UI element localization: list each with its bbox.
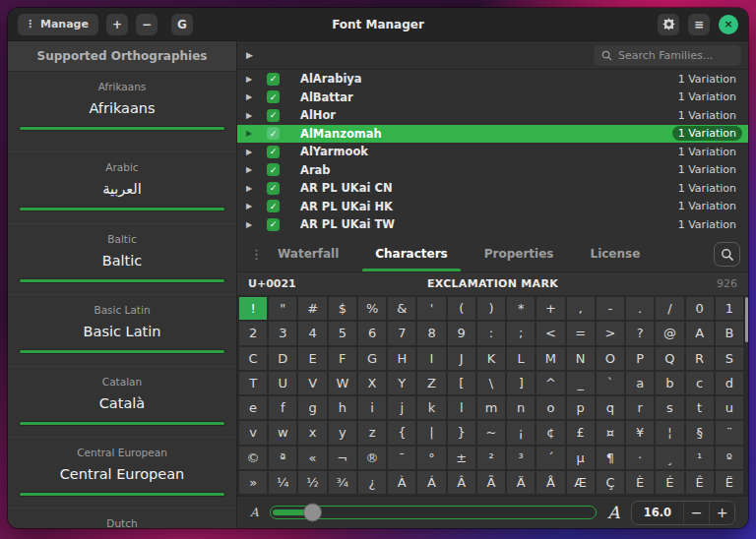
character-cell[interactable]: P (626, 347, 654, 370)
character-cell[interactable]: µ (567, 447, 595, 469)
character-cell[interactable]: ¡ (507, 421, 535, 444)
expander-icon[interactable]: ▶ (246, 92, 258, 101)
character-cell[interactable]: ] (507, 372, 535, 394)
character-cell[interactable]: O (597, 347, 624, 370)
font-family-row[interactable]: ▶ ✓ AlManzomah 1 Variation (237, 125, 748, 144)
expander-icon[interactable]: ▶ (246, 111, 258, 120)
manage-button[interactable]: ⋮ Manage (18, 14, 98, 35)
character-cell[interactable]: J (448, 347, 475, 370)
character-cell[interactable]: U (269, 372, 296, 394)
preview-size-slider[interactable] (270, 506, 598, 519)
character-cell[interactable]: ¶ (597, 447, 624, 469)
character-cell[interactable]: ¹ (686, 447, 714, 469)
character-cell[interactable]: N (567, 347, 595, 370)
expander-icon[interactable]: ▶ (246, 202, 258, 210)
character-cell[interactable]: { (388, 421, 415, 444)
character-cell[interactable]: X (358, 372, 386, 394)
character-cell[interactable]: @ (656, 322, 683, 344)
character-cell[interactable]: ¸ (656, 447, 683, 469)
font-family-row[interactable]: ▶ ✓ AlHor 1 Variation (237, 106, 748, 125)
character-cell[interactable]: ¥ (626, 421, 654, 444)
character-cell[interactable]: § (686, 421, 714, 444)
character-cell[interactable]: r (626, 396, 654, 419)
character-cell[interactable]: Å (536, 471, 564, 494)
character-cell[interactable]: # (298, 297, 326, 320)
character-cell[interactable]: É (656, 471, 683, 494)
character-cell[interactable]: ` (597, 372, 624, 394)
font-family-row[interactable]: ▶ ✓ AlBattar 1 Variation (237, 89, 748, 107)
character-cell[interactable]: ! (239, 297, 267, 320)
google-fonts-button[interactable]: G (171, 14, 193, 35)
character-cell[interactable]: ? (626, 322, 654, 344)
character-cell[interactable]: K (477, 347, 505, 370)
character-cell[interactable]: A (686, 322, 714, 344)
character-cell[interactable]: M (536, 347, 564, 370)
character-cell[interactable]: ^ (536, 372, 564, 394)
character-cell[interactable]: ª (269, 447, 296, 469)
expander-icon[interactable]: ▶ (246, 75, 258, 84)
font-enabled-checkbox[interactable]: ✓ (267, 73, 280, 86)
character-cell[interactable]: " (269, 297, 296, 320)
character-cell[interactable]: ¯ (388, 447, 415, 469)
character-cell[interactable]: ½ (298, 471, 326, 494)
character-cell[interactable]: v (239, 421, 267, 444)
character-cell[interactable]: ² (477, 447, 505, 469)
character-cell[interactable]: ¤ (597, 421, 624, 444)
character-cell[interactable]: . (626, 297, 654, 320)
character-cell[interactable]: 3 (269, 322, 296, 344)
character-cell[interactable]: ¼ (269, 471, 296, 494)
character-cell[interactable]: w (269, 421, 296, 444)
font-family-row[interactable]: ▶ ✓ AlArabiya 1 Variation (237, 70, 748, 89)
font-enabled-checkbox[interactable]: ✓ (267, 146, 280, 158)
character-cell[interactable]: Ë (716, 471, 743, 494)
character-cell[interactable]: k (417, 396, 445, 419)
character-cell[interactable]: ; (507, 322, 535, 344)
expander-icon[interactable]: ▶ (246, 220, 258, 229)
expander-icon[interactable]: ▶ (246, 165, 258, 174)
slider-thumb[interactable] (303, 504, 322, 522)
character-cell[interactable]: ' (417, 297, 445, 320)
preview-tab[interactable]: Properties (484, 236, 554, 271)
character-cell[interactable]: a (626, 372, 654, 394)
character-cell[interactable]: Z (417, 372, 445, 394)
font-enabled-checkbox[interactable]: ✓ (267, 127, 280, 140)
font-enabled-checkbox[interactable]: ✓ (267, 218, 280, 231)
character-cell[interactable]: f (269, 396, 296, 419)
character-cell[interactable]: E (298, 347, 326, 370)
character-cell[interactable]: I (417, 347, 445, 370)
character-cell[interactable]: C (239, 347, 267, 370)
character-cell[interactable]: B (716, 322, 743, 344)
character-cell[interactable]: F (329, 347, 356, 370)
character-cell[interactable]: £ (567, 421, 595, 444)
character-cell[interactable]: | (417, 421, 445, 444)
orthography-item[interactable]: Catalan Català (8, 366, 236, 437)
character-cell[interactable]: · (626, 447, 654, 469)
character-cell[interactable]: ¬ (329, 447, 356, 469)
character-cell[interactable]: 9 (448, 322, 475, 344)
character-search-button[interactable] (714, 242, 740, 267)
font-enabled-checkbox[interactable]: ✓ (267, 200, 280, 212)
character-cell[interactable]: m (477, 396, 505, 419)
orthography-item[interactable]: Arabic العربية (8, 151, 236, 222)
character-cell[interactable]: ¢ (536, 421, 564, 444)
character-cell[interactable]: À (388, 471, 415, 494)
main-menu-button[interactable]: ≡ (688, 14, 710, 35)
preview-tab[interactable]: Waterfall (278, 236, 339, 271)
font-family-row[interactable]: ▶ ✓ AR PL UKai TW 1 Variation (237, 215, 748, 234)
character-cell[interactable]: 7 (388, 322, 415, 344)
character-cell[interactable]: d (716, 372, 743, 394)
character-cell[interactable]: Ç (597, 471, 624, 494)
font-enabled-checkbox[interactable]: ✓ (267, 109, 280, 122)
character-cell[interactable]: Y (388, 372, 415, 394)
character-cell[interactable]: È (626, 471, 654, 494)
character-cell[interactable]: y (329, 421, 356, 444)
character-cell[interactable]: 6 (358, 322, 386, 344)
character-cell[interactable]: « (298, 447, 326, 469)
character-cell[interactable]: n (507, 396, 535, 419)
preview-tab[interactable]: Characters (375, 236, 448, 271)
close-button[interactable]: × (719, 15, 738, 34)
character-cell[interactable]: o (536, 396, 564, 419)
character-cell[interactable]: 2 (239, 322, 267, 344)
font-family-row[interactable]: ▶ ✓ AlYarmook 1 Variation (237, 143, 748, 161)
character-cell[interactable]: 0 (686, 297, 714, 320)
